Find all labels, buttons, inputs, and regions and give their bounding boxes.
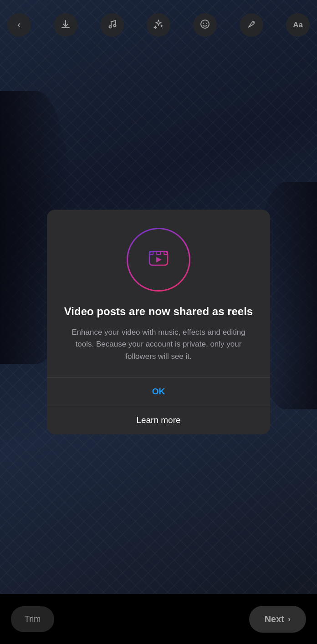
ok-button[interactable]: OK — [47, 377, 270, 406]
reels-icon — [144, 245, 173, 274]
dialog-title: Video posts are now shared as reels — [64, 304, 253, 318]
learn-more-button[interactable]: Learn more — [47, 406, 270, 434]
dialog-description: Enhance your video with music, effects a… — [63, 327, 254, 362]
reels-icon-circle — [127, 228, 190, 292]
dialog: Video posts are now shared as reels Enha… — [47, 210, 270, 434]
dialog-overlay: Video posts are now shared as reels Enha… — [0, 0, 317, 644]
dialog-content: Video posts are now shared as reels Enha… — [47, 210, 270, 377]
